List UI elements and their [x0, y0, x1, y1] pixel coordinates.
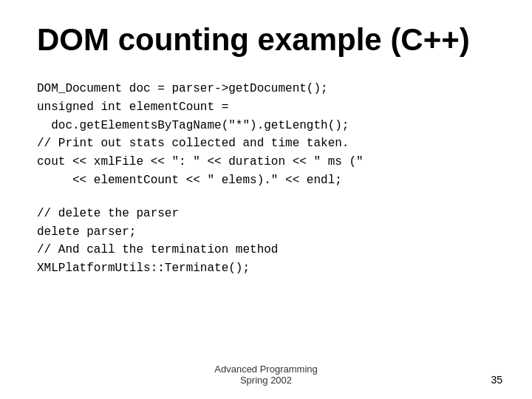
- footer: Advanced Programming Spring 2002: [0, 364, 532, 386]
- code-section-1: DOM_Document doc = parser->getDocument()…: [37, 80, 495, 190]
- code-block-2: // delete the parser delete parser; // A…: [37, 205, 495, 278]
- footer-text: Advanced Programming Spring 2002: [214, 364, 317, 386]
- slide-title: DOM counting example (C++): [37, 22, 495, 58]
- page-number: 35: [491, 374, 502, 386]
- code-block-1: DOM_Document doc = parser->getDocument()…: [37, 80, 495, 190]
- footer-line1: Advanced Programming: [214, 364, 317, 375]
- footer-line2: Spring 2002: [240, 375, 292, 386]
- slide: DOM counting example (C++) DOM_Document …: [0, 0, 532, 399]
- code-section-2: // delete the parser delete parser; // A…: [37, 205, 495, 278]
